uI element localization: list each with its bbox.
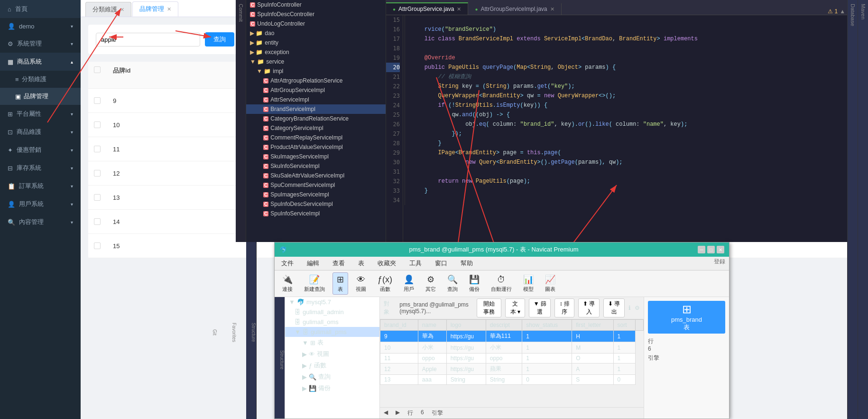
navicat-table-row[interactable]: 11 oppo https://gu oppo 1 O 1 <box>380 354 644 363</box>
row-checkbox[interactable] <box>94 97 101 104</box>
menu-tools[interactable]: 工具 <box>406 258 425 269</box>
filetree-item-service[interactable]: ▼ 📁 service <box>246 57 386 66</box>
minimize-button[interactable]: ─ <box>698 246 705 253</box>
tree-gulimall-oms[interactable]: 🗄 gulimall_oms <box>285 317 379 327</box>
menu-window[interactable]: 窗口 <box>432 258 450 269</box>
row-checkbox[interactable] <box>94 218 101 225</box>
tree-mysql57[interactable]: ▼ 🐬 mysql5.7 <box>285 297 379 307</box>
filetree-item-brandserviceimpl[interactable]: C BrandServiceImpl <box>246 104 386 114</box>
tree-query[interactable]: ▶ 🔍 查詢 <box>285 371 379 382</box>
editor-tab-close-1[interactable]: ✕ <box>550 6 554 12</box>
filetree-item-entity[interactable]: ▶ 📁 entity <box>246 38 386 47</box>
filetree-item-spucommentserviceimpl[interactable]: C SpuCommentServiceImpl <box>246 180 386 190</box>
toolbar-query[interactable]: 🔍 查詢 <box>443 273 462 294</box>
menu-help[interactable]: 幫助 <box>458 258 476 269</box>
filetree-item-productattrvalueserviceimpl[interactable]: C ProductAttrValueServiceImpl <box>246 142 386 152</box>
filetree-item-commentreplayserviceimpl[interactable]: C CommentReplayServiceImpl <box>246 133 386 142</box>
nav-left-icon[interactable]: ◀ <box>384 409 388 417</box>
filetree-item-spuinfoserviceimpl[interactable]: C SpuInfoServiceImpl <box>246 209 386 218</box>
filetree-item-spuinfocontroller[interactable]: C SpuInfoController <box>246 0 386 9</box>
text-button[interactable]: 文本 ▾ <box>505 298 525 317</box>
toolbar-auto-run[interactable]: ⏱ 自動運行 <box>487 273 516 294</box>
search-input[interactable] <box>96 33 200 47</box>
search-button[interactable]: 查詢 <box>205 32 234 47</box>
tree-backup[interactable]: ▶ 💾 備份 <box>285 382 379 394</box>
navicat-table-row[interactable]: 10 小米 https://gu 小米 1 M 1 <box>380 342 644 354</box>
toolbar-backup[interactable]: 💾 備份 <box>465 273 483 294</box>
toolbar-connect[interactable]: 🔌 連接 <box>278 273 296 294</box>
editor-tab-attrgroup[interactable]: ● AttrGroupService.java ✕ <box>386 2 468 15</box>
sidebar-item-user[interactable]: 👤 用戶系統 ▾ <box>0 195 81 213</box>
toolbar-chart[interactable]: 📈 圖表 <box>541 273 559 294</box>
sidebar-subitem-brand[interactable]: ▣ 品牌管理 <box>0 88 81 105</box>
sidebar-item-content[interactable]: 🔍 內容管理 ▾ <box>0 213 81 231</box>
toolbar-new-query[interactable]: 📝 新建查詢 <box>300 273 329 294</box>
nav-right-icon[interactable]: ▶ <box>396 409 400 417</box>
header-checkbox[interactable] <box>94 66 101 73</box>
menu-view[interactable]: 查看 <box>330 258 348 269</box>
tab-close-category[interactable]: ✕ <box>120 7 124 13</box>
export-button[interactable]: ⬇ 導出 <box>603 298 625 317</box>
filetree-item-exception[interactable]: ▶ 📁 exception <box>246 47 386 57</box>
sidebar-item-home[interactable]: ⌂ 首頁 <box>0 0 81 18</box>
filetree-item-attrattrgrouprelationservice[interactable]: C AttrAttrgroupRelationService <box>246 76 386 85</box>
sidebar-item-system[interactable]: ⚙ 系統管理 ▾ <box>0 35 81 53</box>
row-checkbox[interactable] <box>94 242 101 249</box>
editor-tab-close-0[interactable]: ✕ <box>457 6 461 12</box>
tree-function[interactable]: ▶ ƒ 函數 <box>285 360 379 371</box>
editor-tab-attrgroupimpl[interactable]: ● AttrGroupServiceImpl.java ✕ <box>468 3 561 15</box>
filetree-item-categorybrandrelationservice[interactable]: C CategoryBrandRelationService <box>246 114 386 123</box>
sort-button[interactable]: ↕ 排序 <box>554 298 574 317</box>
toolbar-model[interactable]: 📊 模型 <box>519 273 537 294</box>
navicat-table-row[interactable]: 9 華為 https://gu 華為111 1 H 1 <box>380 331 644 342</box>
filetree-item-impl[interactable]: ▼ 📁 impl <box>246 66 386 76</box>
sidebar-item-product[interactable]: ▦ 商品系統 ▴ <box>0 53 81 71</box>
filetree-item-undologcontroller[interactable]: C UndoLogController <box>246 19 386 28</box>
sidebar-item-promotion[interactable]: ✦ 優惠營銷 ▾ <box>0 141 81 159</box>
filetree-item-dao[interactable]: ▶ 📁 dao <box>246 28 386 38</box>
tab-close-brand[interactable]: ✕ <box>167 6 171 12</box>
sidebar-item-order[interactable]: 📋 訂單系統 ▾ <box>0 177 81 195</box>
sidebar-item-product-maint[interactable]: ⊡ 商品維護 ▾ <box>0 123 81 141</box>
tree-gulimall-pms[interactable]: ▼ 🗄 gulimall_pms <box>285 327 379 337</box>
sidebar-item-platform[interactable]: ⊞ 平台屬性 ▾ <box>0 105 81 123</box>
filetree-item-attrgroupserviceimpl[interactable]: C AttrGroupServiceImpl <box>246 85 386 95</box>
toolbar-user[interactable]: 👤 用戶 <box>400 273 418 294</box>
row-checkbox[interactable] <box>94 121 101 128</box>
menu-table[interactable]: 表 <box>355 258 367 269</box>
filter-button[interactable]: ▼ 篩選 <box>529 298 551 317</box>
import-button[interactable]: ⬆ 導入 <box>578 298 600 317</box>
sidebar-subitem-category[interactable]: ≡ 分類維護 <box>0 71 81 88</box>
menu-file[interactable]: 文件 <box>278 258 296 269</box>
row-checkbox[interactable] <box>94 170 101 177</box>
tab-category[interactable]: 分類維護 ✕ <box>85 2 131 17</box>
filetree-item-skuinfoserviceimpl[interactable]: C SkuInfoServiceImpl <box>246 161 386 171</box>
filetree-item-categoryserviceimpl[interactable]: C CategoryServiceImpl <box>246 123 386 133</box>
navicat-table-row[interactable]: 12 Apple https://gu 蘋果 1 A 1 <box>380 363 644 375</box>
maximize-button[interactable]: □ <box>707 246 715 253</box>
row-checkbox[interactable] <box>94 146 101 152</box>
toolbar-function[interactable]: ƒ(x) 函數 <box>374 273 396 294</box>
filetree-item-skuimagesserviceimpl[interactable]: C SkuImagesServiceImpl <box>246 152 386 161</box>
row-checkbox[interactable] <box>94 194 101 201</box>
navicat-table-row[interactable]: 13 aaa String String 0 S 0 <box>380 375 644 385</box>
filetree-item-spuinfodescserviceimpl[interactable]: C SpuInfoDescServiceImpl <box>246 199 386 209</box>
filetree-item-spuinfodesccontroller[interactable]: C SpuInfoDescController <box>246 9 386 19</box>
tab-brand[interactable]: 品牌管理 ✕ <box>132 1 178 17</box>
filetree-item-skusaleattrvalueserviceimpl[interactable]: C SkuSaleAttrValueServiceImpl <box>246 171 386 180</box>
filetree-item-spuimagesserviceimpl[interactable]: C SpuImagesServiceImpl <box>246 190 386 199</box>
sidebar-item-demo[interactable]: 👤 demo ▾ <box>0 18 81 35</box>
tree-gulimall-admin[interactable]: 🗄 gulimall_admin <box>285 307 379 317</box>
tree-table[interactable]: ▼ ⊞ 表 <box>285 337 379 348</box>
sidebar-item-inventory[interactable]: ⊟ 庫存系統 ▾ <box>0 159 81 177</box>
tree-view[interactable]: ▶ 👁 視圖 <box>285 348 379 360</box>
toolbar-other[interactable]: ⚙ 其它 <box>422 273 440 294</box>
close-button[interactable]: ✕ <box>717 246 724 253</box>
menu-favorites[interactable]: 收藏夾 <box>375 258 399 269</box>
menu-edit[interactable]: 編輯 <box>304 258 322 269</box>
filetree-item-attrserviceimpl[interactable]: C AttrServiceImpl <box>246 95 386 104</box>
collapse-icon[interactable]: ▲ <box>840 8 845 15</box>
toolbar-table[interactable]: ⊞ 表 <box>332 272 348 295</box>
toolbar-view[interactable]: 👁 視圖 <box>352 273 370 294</box>
begin-transaction-button[interactable]: 開始事務 <box>477 298 502 317</box>
